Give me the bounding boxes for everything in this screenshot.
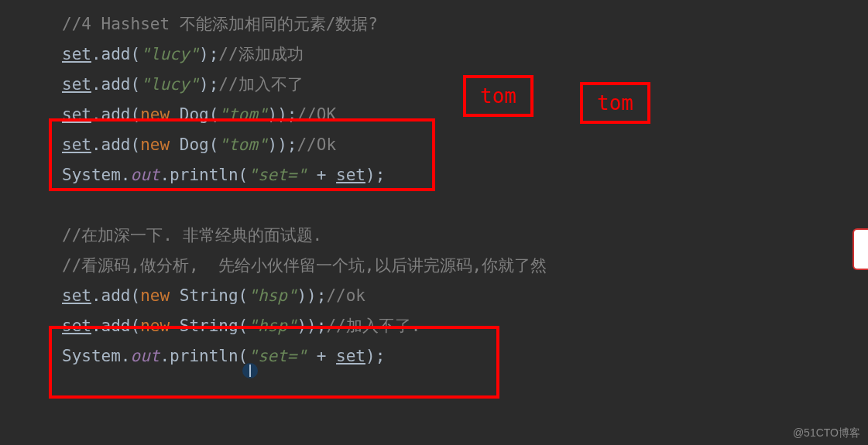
paren-close: ); <box>365 347 385 365</box>
code-line: //4 Hashset 不能添加相同的元素/数据? <box>62 9 868 39</box>
string-literal: "set=" <box>248 166 307 184</box>
field-out: out <box>131 347 160 365</box>
var-set: set <box>62 75 91 94</box>
method-call: .add( <box>91 105 140 124</box>
comment-text: //Ok <box>297 135 336 154</box>
class-string: String( <box>180 286 249 305</box>
annotation-box-tom-2: tom <box>580 82 650 124</box>
method-call: .add( <box>91 45 140 63</box>
code-editor[interactable]: //4 Hashset 不能添加相同的元素/数据? set.add("lucy"… <box>0 0 868 371</box>
comment-text: //加入不了. <box>326 317 420 335</box>
var-set: set <box>62 105 91 124</box>
paren-close: ); <box>199 75 218 94</box>
paren-close: )); <box>268 105 297 124</box>
method-println: .println( <box>160 166 248 184</box>
var-set: set <box>62 45 91 63</box>
var-set: set <box>336 347 365 365</box>
comment-text: //OK <box>297 105 336 124</box>
class-name: Dog( <box>180 135 219 154</box>
comment-text: //4 Hashset 不能添加相同的元素/数据? <box>62 15 378 33</box>
code-line: //看源码,做分析, 先给小伙伴留一个坑,以后讲完源码,你就了然 <box>62 251 868 281</box>
string-literal: "tom" <box>218 105 267 124</box>
keyword-new: new <box>140 317 180 335</box>
code-line: set.add(new Dog("tom"));//Ok <box>62 130 868 160</box>
paren-close: ); <box>199 45 218 63</box>
field-out: out <box>131 166 160 184</box>
method-println: .println( <box>160 347 248 365</box>
comment-text: //在加深一下. 非常经典的面试题. <box>62 226 322 245</box>
class-string: String( <box>180 317 249 335</box>
code-line-empty <box>62 190 868 221</box>
paren-close: )); <box>268 135 297 154</box>
code-line: set.add(new String("hsp"));//加入不了. <box>62 311 868 341</box>
code-line: System.out.println("set=" + set); <box>62 341 868 371</box>
method-call: .add( <box>91 75 140 94</box>
method-call: .add( <box>91 286 140 305</box>
keyword-new: new <box>140 135 180 154</box>
class-name: Dog( <box>180 105 219 124</box>
var-set: set <box>62 135 91 154</box>
annotation-box-tom-1: tom <box>463 75 533 117</box>
comment-text: //加入不了 <box>218 75 303 94</box>
var-set: set <box>62 317 91 335</box>
code-line: System.out.println("set=" + set); <box>62 160 868 190</box>
paren-close: )); <box>297 286 326 305</box>
comment-text: //ok <box>326 286 365 305</box>
string-literal: "tom" <box>218 135 267 154</box>
var-set: set <box>62 286 91 305</box>
paren-close: )); <box>297 317 326 335</box>
operator: + <box>307 347 336 365</box>
side-badge-icon <box>853 228 868 270</box>
string-literal: "hsp" <box>248 286 297 305</box>
class-system: System. <box>62 347 131 365</box>
keyword-new: new <box>140 286 180 305</box>
string-literal: "hsp" <box>248 317 297 335</box>
operator: + <box>307 166 336 184</box>
var-set: set <box>336 166 365 184</box>
code-line: set.add("lucy");//添加成功 <box>62 39 868 70</box>
watermark-text: @51CTO博客 <box>793 426 860 440</box>
string-literal: "lucy" <box>140 75 199 94</box>
paren-close: ); <box>365 166 385 184</box>
method-call: .add( <box>91 317 140 335</box>
string-literal: "set=" <box>248 347 307 365</box>
text-cursor-icon <box>242 363 258 378</box>
keyword-new: new <box>140 105 180 124</box>
comment-text: //添加成功 <box>218 45 303 63</box>
code-line: set.add(new String("hsp"));//ok <box>62 281 868 311</box>
string-literal: "lucy" <box>140 45 199 63</box>
code-line: //在加深一下. 非常经典的面试题. <box>62 221 868 251</box>
comment-text: //看源码,做分析, 先给小伙伴留一个坑,以后讲完源码,你就了然 <box>62 256 547 275</box>
class-system: System. <box>62 166 131 184</box>
method-call: .add( <box>91 135 140 154</box>
